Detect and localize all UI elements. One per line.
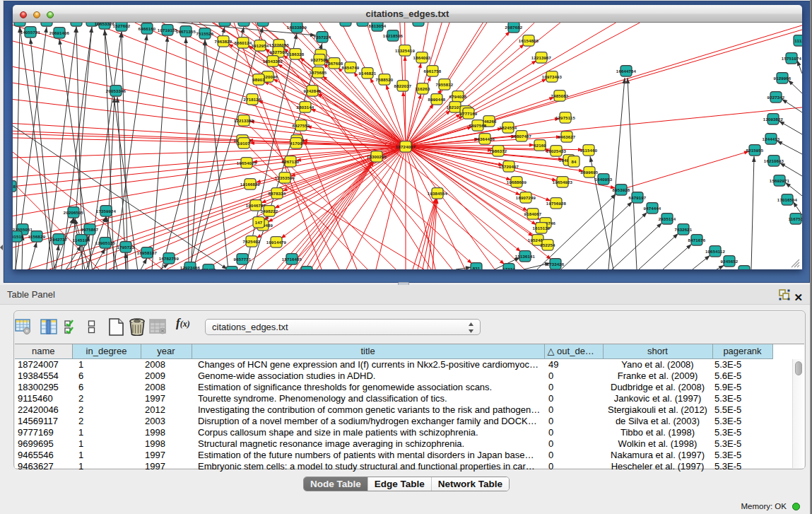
svg-text:18300295: 18300295 <box>367 155 387 159</box>
svg-text:16033809: 16033809 <box>287 25 307 30</box>
svg-text:2935114: 2935114 <box>659 217 676 221</box>
svg-text:10973493: 10973493 <box>542 75 563 79</box>
svg-text:6794028: 6794028 <box>449 95 467 99</box>
svg-text:7485083: 7485083 <box>551 94 569 98</box>
svg-text:6961758: 6961758 <box>424 69 442 74</box>
svg-text:6466160: 6466160 <box>139 27 156 31</box>
svg-text:7463822: 7463822 <box>215 40 233 44</box>
svg-text:6497568: 6497568 <box>469 124 487 128</box>
svg-text:9777169: 9777169 <box>460 112 478 116</box>
svg-text:18724007: 18724007 <box>396 145 416 149</box>
svg-text:19600133: 19600133 <box>37 23 57 23</box>
svg-text:15136141: 15136141 <box>515 255 536 259</box>
svg-text:7625402: 7625402 <box>243 240 261 244</box>
svg-text:10914479: 10914479 <box>266 240 287 245</box>
svg-text:98903: 98903 <box>252 78 265 82</box>
svg-text:7588520: 7588520 <box>376 78 394 82</box>
svg-text:18495931: 18495931 <box>253 23 273 23</box>
svg-text:20364436: 20364436 <box>475 137 495 141</box>
svg-text:1615132: 1615132 <box>533 226 551 230</box>
svg-text:8427552: 8427552 <box>293 124 310 128</box>
svg-text:9474444: 9474444 <box>644 206 661 211</box>
svg-text:16543362: 16543362 <box>263 59 283 64</box>
svg-text:7515526: 7515526 <box>196 32 214 36</box>
svg-text:9146821: 9146821 <box>359 71 377 76</box>
svg-text:9327509: 9327509 <box>270 50 288 54</box>
svg-text:831: 831 <box>473 267 481 270</box>
svg-text:20691406: 20691406 <box>49 31 70 35</box>
svg-text:1244413: 1244413 <box>763 137 780 141</box>
svg-text:1733426: 1733426 <box>547 262 565 267</box>
svg-text:1527602: 1527602 <box>113 24 131 28</box>
svg-text:9227342: 9227342 <box>767 95 785 100</box>
svg-text:20206505: 20206505 <box>64 211 84 215</box>
svg-text:19218506: 19218506 <box>383 34 404 38</box>
svg-text:252254: 252254 <box>540 243 555 247</box>
svg-text:14055721: 14055721 <box>20 30 41 35</box>
svg-text:12905135: 12905135 <box>95 241 116 245</box>
svg-text:116263: 116263 <box>416 87 430 91</box>
svg-text:19654025: 19654025 <box>237 161 257 165</box>
svg-text:12353594: 12353594 <box>275 176 295 180</box>
svg-text:9245652: 9245652 <box>721 259 739 264</box>
svg-text:8660124: 8660124 <box>235 41 252 45</box>
svg-text:10025433: 10025433 <box>546 149 567 153</box>
svg-text:19384554: 19384554 <box>428 192 448 196</box>
svg-text:8186328: 8186328 <box>287 52 305 57</box>
svg-text:84: 84 <box>571 160 577 164</box>
svg-text:18907249: 18907249 <box>516 196 536 200</box>
svg-text:2942737: 2942737 <box>50 238 68 242</box>
svg-text:15751074: 15751074 <box>782 57 802 61</box>
svg-text:8990448: 8990448 <box>428 98 446 102</box>
svg-text:19107: 19107 <box>237 141 250 146</box>
svg-text:8699695: 8699695 <box>581 170 599 175</box>
svg-text:8471676: 8471676 <box>688 238 706 243</box>
svg-text:8267130: 8267130 <box>282 160 300 164</box>
svg-text:19166822: 19166822 <box>240 182 261 187</box>
svg-text:16782759: 16782759 <box>159 257 180 261</box>
svg-text:10046788: 10046788 <box>246 204 266 208</box>
svg-text:75255341: 75255341 <box>353 23 373 23</box>
svg-text:924: 924 <box>741 269 748 270</box>
svg-text:17016504: 17016504 <box>777 198 798 202</box>
svg-text:7357224: 7357224 <box>314 35 331 40</box>
svg-text:10653326: 10653326 <box>95 23 115 26</box>
svg-text:2718126: 2718126 <box>244 98 261 102</box>
svg-text:8813054: 8813054 <box>369 24 387 28</box>
svg-text:15720407: 15720407 <box>499 165 519 169</box>
svg-text:10671355: 10671355 <box>176 30 196 34</box>
svg-text:1795723: 1795723 <box>117 245 135 250</box>
svg-text:147: 147 <box>255 221 263 225</box>
svg-text:12213382: 12213382 <box>234 119 254 123</box>
svg-text:17334: 17334 <box>502 267 515 270</box>
svg-text:11325419: 11325419 <box>395 49 415 53</box>
svg-text:116753: 116753 <box>789 217 802 221</box>
svg-text:3875685: 3875685 <box>310 71 327 75</box>
svg-text:10807487: 10807487 <box>512 134 532 139</box>
svg-text:2803144: 2803144 <box>297 105 314 110</box>
svg-text:16154808: 16154808 <box>519 39 539 43</box>
svg-text:9463627: 9463627 <box>558 135 576 139</box>
svg-text:9184067: 9184067 <box>524 212 542 216</box>
svg-text:8953928: 8953928 <box>613 188 630 192</box>
svg-text:9129966: 9129966 <box>774 76 792 81</box>
svg-text:2087682: 2087682 <box>505 25 523 30</box>
svg-text:3912954: 3912954 <box>252 44 269 48</box>
svg-text:923468: 923468 <box>201 268 216 270</box>
svg-text:9657771: 9657771 <box>234 257 252 262</box>
svg-text:19654923: 19654923 <box>553 180 573 185</box>
svg-text:1640953: 1640953 <box>595 177 613 182</box>
svg-text:3824554: 3824554 <box>500 126 517 130</box>
svg-text:59407816: 59407816 <box>234 23 254 23</box>
svg-text:23511615: 23511615 <box>215 23 235 23</box>
svg-text:10654112: 10654112 <box>705 250 725 254</box>
svg-text:16210643: 16210643 <box>764 159 784 163</box>
svg-text:12923466: 12923466 <box>180 266 201 270</box>
svg-text:15692971: 15692971 <box>770 179 790 183</box>
svg-text:19756928: 19756928 <box>546 201 567 206</box>
svg-text:1112: 1112 <box>794 39 802 43</box>
svg-text:10688609: 10688609 <box>507 180 527 185</box>
svg-text:9115460: 9115460 <box>580 148 598 153</box>
svg-text:41700: 41700 <box>290 141 302 146</box>
svg-text:9242845: 9242845 <box>304 89 322 93</box>
